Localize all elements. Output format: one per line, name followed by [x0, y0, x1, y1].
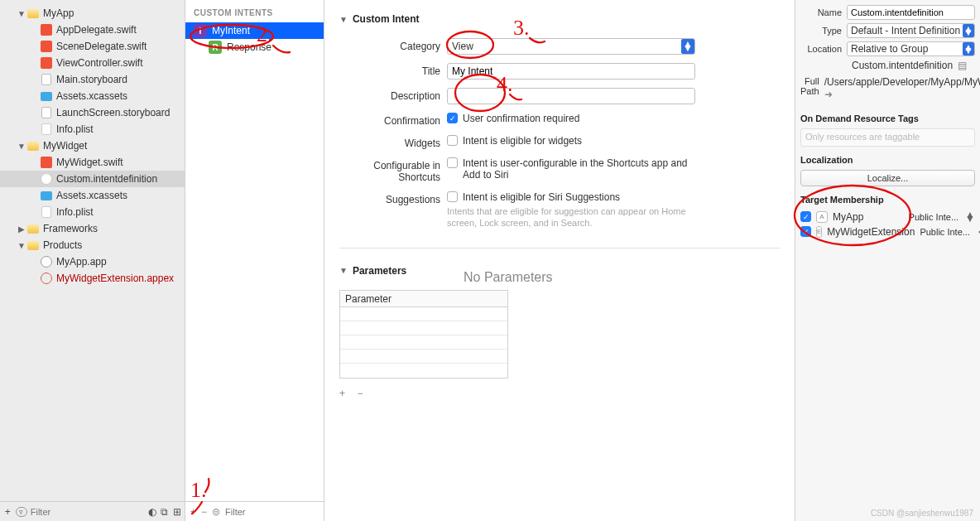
tree-file[interactable]: Main.storyboard	[0, 71, 185, 88]
filter-scope-button[interactable]: ▿	[16, 507, 27, 517]
widgets-text: Intent is eligible for widgets	[463, 135, 582, 147]
type-select[interactable]: Default - Intent Definition▲▼	[847, 23, 975, 38]
intent-item[interactable]: IMyIntent	[185, 22, 324, 39]
tree-group[interactable]: ▼MyWidget	[0, 137, 185, 154]
intent-badge-icon: I	[194, 24, 207, 37]
disclosure-triangle-icon[interactable]: ▼	[17, 241, 26, 250]
visibility-select[interactable]: Public Inte...	[909, 212, 959, 222]
tree-file[interactable]: Assets.xcassets	[0, 187, 185, 204]
intent-item[interactable]: RResponse	[185, 39, 324, 55]
target-membership-row[interactable]: ✓EMyWidgetExtensionPublic Inte...▲▼	[800, 224, 975, 239]
chevron-updown-icon: ▲▼	[965, 213, 975, 221]
intent-name: MyIntent	[212, 25, 250, 36]
name-input[interactable]	[847, 5, 975, 20]
parameters-table[interactable]: Parameter	[339, 290, 508, 379]
widgets-checkbox[interactable]	[447, 135, 458, 146]
intents-header: CUSTOM INTENTS	[185, 0, 324, 22]
tm-checkbox[interactable]: ✓	[800, 226, 811, 237]
tree-file[interactable]: Custom.intentdefinition	[0, 171, 185, 187]
reveal-icon[interactable]: ➜	[824, 89, 833, 100]
name-label: Name	[800, 7, 847, 17]
shortcuts-text: Intent is user-configurable in the Short…	[463, 157, 695, 181]
tree-file[interactable]: Assets.xcassets	[0, 88, 185, 104]
confirmation-checkbox[interactable]: ✓	[447, 113, 458, 123]
disclosure-triangle-icon[interactable]: ▼	[17, 142, 26, 151]
tree-file[interactable]: MyWidgetExtension.appex	[0, 270, 185, 287]
tree-file[interactable]: LaunchScreen.storyboard	[0, 104, 185, 121]
disclosure-triangle-icon[interactable]: ▼	[339, 15, 348, 24]
section-title: Custom Intent	[353, 13, 420, 25]
category-select[interactable]: View ▲▼	[447, 38, 695, 55]
suggestions-checkbox[interactable]	[447, 191, 458, 202]
suggestions-text: Intent is eligible for Siri Suggestions	[463, 191, 620, 203]
tree-file[interactable]: AppDelegate.swift	[0, 22, 185, 38]
fullpath-value: /Users/apple/Developer/MyApp/MyWidget/Cu…	[824, 76, 980, 88]
intent-editor: ▼ Custom Intent Category View ▲▼ Title D…	[324, 0, 795, 521]
tree-group[interactable]: ▶Frameworks	[0, 220, 185, 237]
recent-icon[interactable]: ◐	[148, 506, 157, 518]
tree-file[interactable]: MyWidget.swift	[0, 154, 185, 171]
tree-group[interactable]: ▼MyApp	[0, 5, 185, 22]
tm-checkbox[interactable]: ✓	[800, 211, 811, 222]
disclosure-triangle-icon[interactable]: ▶	[17, 224, 26, 234]
target-membership-row[interactable]: ✓AMyAppPublic Inte...▲▼	[800, 210, 975, 224]
project-navigator: ▼MyAppAppDelegate.swiftSceneDelegate.swi…	[0, 0, 185, 521]
parameters-section[interactable]: ▼ Parameters	[339, 265, 780, 277]
folder-browse-icon[interactable]: ▤	[958, 60, 967, 73]
fullpath-label: Full Path	[800, 76, 824, 96]
watermark: CSDN @sanjieshenwu1987	[871, 509, 973, 518]
title-input[interactable]	[447, 63, 695, 80]
scm-icon[interactable]: ⧉	[160, 506, 169, 518]
custom-intents-panel: CUSTOM INTENTS IMyIntentRResponse + − ⊜	[185, 0, 324, 521]
type-label: Type	[800, 26, 847, 36]
intent-filter-input[interactable]	[225, 507, 339, 517]
filter-icon: ⊜	[212, 506, 220, 518]
visibility-select[interactable]: Public Inte...	[920, 227, 970, 237]
location-select[interactable]: Relative to Group▲▼	[847, 41, 975, 56]
intent-name: Response	[227, 41, 271, 53]
tree-file[interactable]: MyApp.app	[0, 253, 185, 270]
add-parameter-button[interactable]: +	[339, 388, 345, 399]
suggestions-hint: Intents that are eligible for suggestion…	[447, 205, 687, 229]
title-label: Title	[339, 63, 447, 77]
tree-group[interactable]: ▼Products	[0, 237, 185, 253]
stepper-icon: ▲▼	[681, 39, 694, 54]
intent-badge-icon: R	[209, 41, 222, 54]
add-button[interactable]: +	[3, 506, 12, 518]
remove-intent-button[interactable]: −	[201, 506, 207, 518]
navigator-filter-input[interactable]	[31, 507, 145, 517]
confirmation-text: User confirmation required	[463, 113, 579, 124]
shortcuts-checkbox[interactable]	[447, 157, 458, 168]
widgets-label: Widgets	[339, 135, 447, 149]
tree-file[interactable]: Info.plist	[0, 121, 185, 137]
suggestions-label: Suggestions	[339, 191, 447, 205]
file-inspector: Name Type Default - Intent Definition▲▼ …	[795, 0, 980, 521]
new-group-icon[interactable]: ⊞	[172, 506, 181, 518]
target-name: MyApp	[833, 211, 863, 223]
description-input[interactable]	[447, 88, 695, 104]
resource-tags-title: On Demand Resource Tags	[800, 113, 975, 123]
file-tree[interactable]: ▼MyAppAppDelegate.swiftSceneDelegate.swi…	[0, 0, 185, 501]
add-intent-button[interactable]: +	[190, 506, 196, 518]
localize-button[interactable]: Localize...	[800, 170, 975, 186]
tree-file[interactable]: Info.plist	[0, 204, 185, 220]
disclosure-triangle-icon[interactable]: ▼	[339, 266, 348, 275]
target-icon: E	[816, 226, 822, 238]
tree-file[interactable]: SceneDelegate.swift	[0, 38, 185, 55]
resource-tags-field: Only resources are taggable	[800, 128, 975, 147]
location-label: Location	[800, 44, 847, 54]
chevron-updown-icon: ▲▼	[977, 228, 980, 236]
location-path: Custom.intentdefinition	[852, 60, 953, 73]
description-label: Description	[339, 88, 447, 102]
section-title: Parameters	[353, 265, 406, 277]
localization-title: Localization	[800, 155, 975, 165]
tree-file[interactable]: ViewController.swift	[0, 55, 185, 71]
parameter-column-header: Parameter	[340, 291, 507, 307]
category-label: Category	[339, 38, 447, 52]
remove-parameter-button[interactable]: −	[357, 388, 363, 399]
target-membership-title: Target Membership	[800, 195, 975, 205]
custom-intent-section[interactable]: ▼ Custom Intent	[339, 13, 780, 25]
disclosure-triangle-icon[interactable]: ▼	[17, 9, 26, 18]
target-name: MyWidgetExtension	[827, 226, 915, 238]
category-value: View	[452, 41, 473, 52]
